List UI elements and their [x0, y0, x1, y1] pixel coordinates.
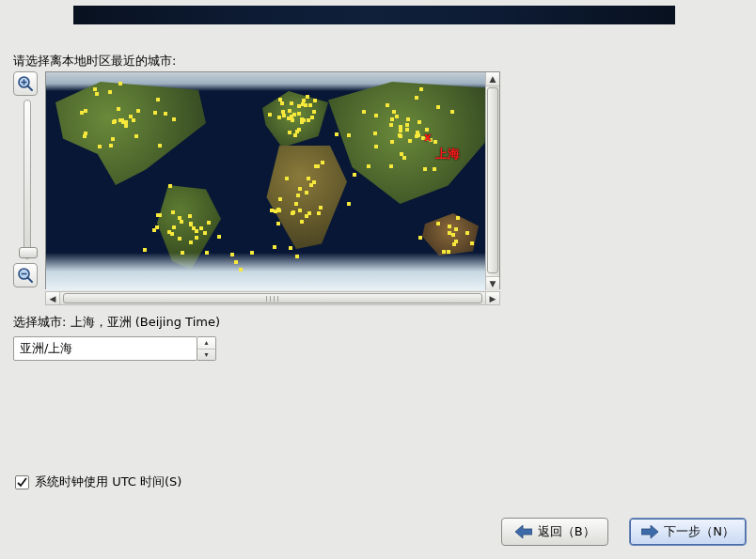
zoom-out-button[interactable]: [13, 263, 38, 287]
arrow-right-icon: [641, 525, 658, 538]
chevron-up-icon[interactable]: ▴: [197, 337, 215, 349]
chevron-down-icon[interactable]: ▾: [197, 349, 215, 361]
prompt-label: 请选择离本地时区最近的城市:: [13, 53, 176, 70]
zoom-slider-thumb[interactable]: [19, 247, 38, 258]
checkmark-icon: [17, 477, 27, 488]
back-button[interactable]: 返回（B）: [501, 518, 608, 546]
next-button-label: 下一步（N）: [664, 523, 734, 540]
scroll-right-button[interactable]: ▶: [485, 292, 499, 304]
header-banner: [73, 6, 675, 24]
back-button-label: 返回（B）: [538, 523, 595, 540]
scroll-up-button[interactable]: ▲: [486, 72, 499, 86]
world-background: x 上海: [46, 72, 485, 290]
svg-marker-8: [641, 525, 658, 538]
zoom-slider[interactable]: [24, 100, 31, 259]
map-vertical-scrollbar[interactable]: ▲ ▼: [485, 72, 499, 290]
utc-checkbox-row: 系统时钟使用 UTC 时间(S): [15, 474, 181, 490]
scroll-left-button[interactable]: ◀: [46, 292, 60, 304]
zoom-controls: [13, 71, 41, 289]
svg-line-1: [28, 86, 33, 91]
map-horizontal-scrollbar[interactable]: ◀ ▶: [45, 291, 500, 305]
selected-city-marker: x: [424, 131, 432, 144]
zoom-out-icon: [17, 267, 34, 284]
h-scroll-thumb[interactable]: [63, 293, 482, 303]
navigation-buttons: 返回（B） 下一步（N）: [501, 518, 747, 546]
v-scroll-thumb[interactable]: [487, 87, 498, 273]
timezone-select[interactable]: 亚洲/上海: [13, 336, 197, 361]
utc-checkbox-label: 系统时钟使用 UTC 时间(S): [35, 474, 181, 490]
svg-marker-7: [515, 525, 532, 538]
next-button[interactable]: 下一步（N）: [629, 518, 747, 546]
zoom-in-button[interactable]: [13, 71, 38, 96]
utc-checkbox[interactable]: [15, 475, 29, 489]
timezone-select-row: 亚洲/上海 ▴ ▾: [13, 336, 216, 361]
zoom-in-icon: [17, 75, 34, 92]
timezone-select-value: 亚洲/上海: [20, 340, 72, 357]
selected-city-label: 上海: [435, 146, 460, 163]
timezone-spin-buttons[interactable]: ▴ ▾: [197, 336, 216, 361]
arrow-left-icon: [515, 525, 532, 538]
map-viewport[interactable]: x 上海: [46, 72, 486, 290]
svg-line-5: [28, 278, 33, 283]
timezone-selection-page: { "prompt_label": "请选择离本地时区最近的城市:", "map…: [0, 0, 756, 559]
selected-city-text: 选择城市: 上海，亚洲 (Beijing Time): [13, 314, 220, 331]
world-map[interactable]: x 上海 ▲ ▼: [45, 71, 500, 289]
scroll-down-button[interactable]: ▼: [486, 276, 499, 290]
map-area: x 上海 ▲ ▼ ◀ ▶: [13, 71, 500, 306]
